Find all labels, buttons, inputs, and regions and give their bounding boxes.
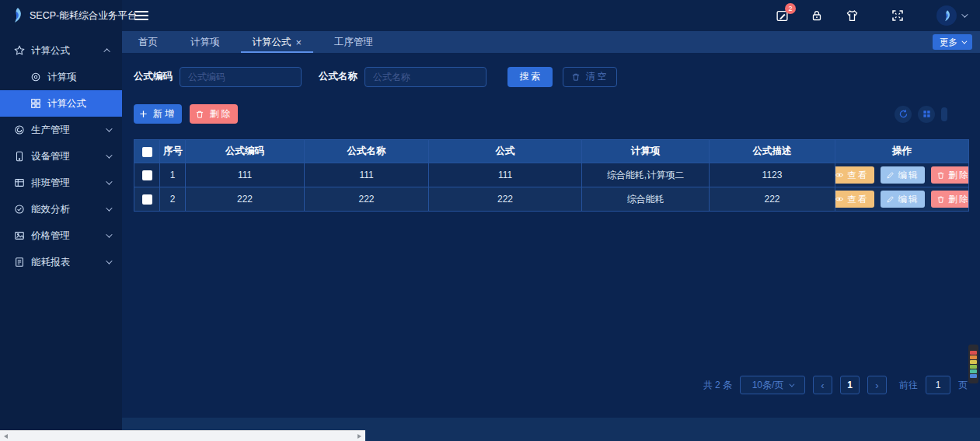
- edit-label: 编辑: [898, 194, 919, 205]
- grid-icon: [30, 98, 41, 110]
- select-all-checkbox[interactable]: [142, 147, 152, 157]
- cell-actions: 查看 编辑 删除: [835, 163, 969, 187]
- current-page[interactable]: 1: [840, 376, 860, 394]
- chevron-down-icon: [961, 38, 967, 44]
- col-no: 序号: [160, 140, 186, 163]
- sidebar-item-label: 能效分析: [31, 203, 70, 216]
- table-toolbar: 新增 删除: [134, 104, 969, 124]
- sidebar-menu: 计算公式 计算项 计算公式 生产管理: [0, 31, 122, 275]
- col-code: 公式编码: [186, 140, 305, 163]
- row-checkbox[interactable]: [142, 194, 152, 205]
- col-calc-item: 计算项: [582, 140, 710, 163]
- edit-button[interactable]: 编辑: [881, 191, 925, 208]
- add-button[interactable]: 新增: [134, 104, 182, 124]
- view-button[interactable]: 查看: [835, 191, 874, 208]
- prev-page-button[interactable]: ‹: [813, 376, 832, 394]
- col-actions: 操作: [835, 140, 969, 163]
- sidebar-item-schedule[interactable]: 排班管理: [0, 170, 122, 196]
- sidebar-item-calc-item[interactable]: 计算项: [0, 64, 122, 90]
- table-header-row: 序号 公式编码 公式名称 公式 计算项 公式描述 操作: [134, 140, 969, 163]
- check-circle-icon: [13, 204, 25, 215]
- sidebar-item-label: 价格管理: [31, 229, 70, 243]
- column-settings-icon[interactable]: [918, 106, 935, 123]
- clear-button[interactable]: 清空: [563, 67, 617, 87]
- chevron-down-icon: [106, 205, 112, 211]
- row-select-cell: [134, 187, 160, 212]
- tab-label: 计算项: [190, 36, 220, 49]
- pencil-icon: [886, 195, 895, 204]
- tab-process[interactable]: 工序管理: [318, 31, 389, 53]
- sidebar-item-label: 计算公式: [47, 97, 86, 110]
- col-name: 公式名称: [305, 140, 429, 163]
- sidebar-item-device[interactable]: 设备管理: [0, 143, 122, 170]
- chevron-down-icon: [106, 178, 112, 184]
- formula-table: 序号 公式编码 公式名称 公式 计算项 公式描述 操作 1 111 111 11…: [134, 139, 969, 212]
- fullscreen-icon[interactable]: [891, 9, 905, 23]
- picture-icon: [13, 230, 25, 242]
- chevron-up-icon: [103, 48, 110, 54]
- row-delete-button[interactable]: 删除: [931, 191, 969, 208]
- tab-close-icon[interactable]: ×: [296, 37, 302, 48]
- refresh-icon[interactable]: [895, 106, 912, 123]
- chevron-down-icon: [961, 11, 968, 17]
- drag-handle[interactable]: [941, 107, 947, 121]
- sidebar-item-price[interactable]: 价格管理: [0, 222, 122, 249]
- sidebar-item-label: 计算项: [47, 71, 77, 84]
- chevron-down-icon: [106, 257, 112, 264]
- table-row: 2 222 222 222 综合能耗 222 查看 编辑 删除: [134, 187, 969, 212]
- notification-badge: 2: [785, 3, 796, 14]
- cell-code: 222: [186, 187, 305, 212]
- theme-shirt-icon[interactable]: [845, 9, 859, 23]
- cell-calc-item: 综合能耗: [582, 187, 710, 212]
- search-button[interactable]: 搜索: [507, 67, 553, 87]
- sidebar-group-formula[interactable]: 计算公式: [0, 37, 122, 64]
- clear-label: 清空: [586, 70, 609, 83]
- sidebar-item-production[interactable]: 生产管理: [0, 117, 122, 143]
- sidebar-item-label: 排班管理: [31, 177, 70, 190]
- pagination: 共 2 条 10条/页 ‹ 1 › 前往 页: [703, 376, 968, 394]
- row-delete-button[interactable]: 删除: [931, 166, 969, 184]
- color-palette-widget[interactable]: [968, 345, 978, 383]
- row-delete-label: 删除: [949, 194, 969, 205]
- sidebar-item-label: 设备管理: [31, 150, 70, 163]
- cell-name: 222: [305, 187, 429, 212]
- lock-icon[interactable]: [810, 9, 824, 23]
- scroll-right-arrow-icon[interactable]: [357, 434, 361, 439]
- content-card: 公式编码 公式名称 搜索 清空 新增 删除: [122, 53, 980, 418]
- next-page-button[interactable]: ›: [867, 376, 887, 394]
- tab-bar: 首页 计算项 计算公式 × 工序管理 更多: [122, 31, 980, 53]
- production-icon: [13, 124, 25, 136]
- sidebar-item-report[interactable]: 能耗报表: [0, 249, 122, 275]
- view-button[interactable]: 查看: [835, 166, 874, 184]
- header-actions: 2: [775, 5, 980, 26]
- delete-button[interactable]: 删除: [190, 104, 238, 124]
- trash-icon: [936, 195, 945, 204]
- formula-code-input[interactable]: [180, 67, 302, 87]
- sidebar-item-analysis[interactable]: 能效分析: [0, 196, 122, 222]
- goto-page-input[interactable]: [926, 376, 950, 394]
- more-button[interactable]: 更多: [933, 34, 972, 50]
- edit-button[interactable]: 编辑: [881, 166, 925, 184]
- tab-calc-formula[interactable]: 计算公式 ×: [236, 31, 319, 53]
- cell-formula: 111: [429, 163, 582, 187]
- goto-suffix: 页: [958, 379, 968, 392]
- chevron-down-icon: [106, 125, 112, 131]
- page-size-select[interactable]: 10条/页: [740, 376, 805, 394]
- sidebar-item-label: 生产管理: [31, 124, 70, 137]
- tab-label: 工序管理: [334, 36, 373, 49]
- sidebar-item-calc-formula[interactable]: 计算公式: [0, 90, 122, 117]
- tab-home[interactable]: 首页: [122, 31, 174, 53]
- tab-calc-item[interactable]: 计算项: [174, 31, 236, 53]
- avatar: [936, 5, 957, 26]
- scroll-left-arrow-icon[interactable]: [4, 434, 8, 439]
- delete-label: 删除: [210, 107, 233, 121]
- row-checkbox[interactable]: [142, 170, 152, 180]
- user-menu[interactable]: [936, 5, 966, 26]
- formula-name-input[interactable]: [364, 67, 487, 87]
- horizontal-scrollbar[interactable]: [0, 430, 365, 441]
- table-tools: [895, 106, 947, 123]
- schedule-icon: [13, 177, 25, 189]
- search-label: 搜索: [520, 70, 543, 83]
- add-label: 新增: [153, 107, 176, 121]
- message-icon[interactable]: 2: [775, 9, 789, 23]
